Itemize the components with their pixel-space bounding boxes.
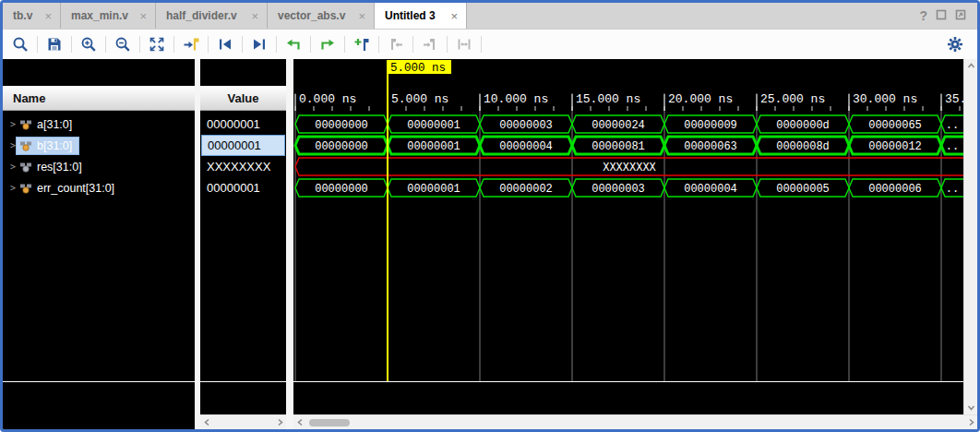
- tab-close-icon[interactable]: ×: [37, 9, 52, 23]
- tab-close-icon[interactable]: ×: [351, 9, 365, 23]
- go-to-last-time-icon: [251, 36, 268, 53]
- expand-chevron-icon[interactable]: >: [3, 162, 16, 172]
- add-marker-button[interactable]: [351, 33, 373, 55]
- scroll-right-icon[interactable]: [964, 415, 977, 429]
- tab-max-min-v[interactable]: max_min.v×: [61, 3, 156, 29]
- bus-icon: [19, 119, 32, 130]
- waveform-canvas[interactable]: 0.000 ns5.000 ns10.000 ns15.000 ns20.000…: [293, 59, 963, 414]
- signal-row-b[interactable]: >b[31:0]: [3, 135, 195, 156]
- wave-row-b[interactable]: 0000000000000001000000040000008100000063…: [295, 137, 963, 154]
- toolbar-separator: [71, 36, 72, 53]
- wave-toolbar: [3, 30, 977, 59]
- wave-window-content: Name >a[31:0]>b[31:0]>res[31:0]>err_coun…: [3, 59, 977, 429]
- tab-half-divider-v[interactable]: half_divider.v×: [156, 3, 268, 29]
- tab-label: tb.v: [13, 9, 32, 22]
- signal-row-a[interactable]: >a[31:0]: [3, 114, 195, 135]
- name-header-label: Name: [13, 91, 45, 105]
- zoom-in-button[interactable]: [78, 33, 100, 55]
- go-to-cursor-button[interactable]: [180, 33, 202, 55]
- tab-close-icon[interactable]: ×: [132, 9, 147, 23]
- bus-icon: [19, 140, 32, 151]
- ruler-label: 15.000 ns: [576, 92, 640, 106]
- tab-vector-abs-v[interactable]: vector_abs.v×: [268, 3, 375, 29]
- tab-label: Untitled 3: [385, 9, 436, 22]
- signal-value-res: XXXXXXXX: [200, 156, 286, 177]
- toolbar-separator: [310, 36, 311, 53]
- settings-button[interactable]: [944, 33, 966, 55]
- value-column-header: Value: [200, 86, 286, 111]
- next-transition-icon: [319, 36, 336, 53]
- previous-marker-icon: [388, 36, 404, 53]
- scrollbar-thumb[interactable]: [309, 419, 350, 426]
- go-to-cursor-icon: [183, 36, 199, 53]
- previous-transition-button[interactable]: [282, 33, 305, 55]
- toolbar-separator: [105, 36, 106, 53]
- toolbar-separator: [37, 36, 38, 53]
- scroll-left-icon[interactable]: [200, 415, 213, 429]
- cursor-time-flag[interactable]: 5.000 ns: [387, 60, 451, 75]
- bus-value-label: 0000000d: [776, 119, 830, 132]
- toolbar-separator: [139, 36, 140, 53]
- toolbar-separator: [173, 36, 174, 53]
- zoom-out-button[interactable]: [112, 33, 134, 55]
- toolbar-separator: [344, 36, 345, 53]
- waveform-svg[interactable]: 0.000 ns5.000 ns10.000 ns15.000 ns20.000…: [293, 59, 963, 414]
- scroll-left-icon[interactable]: [293, 415, 306, 429]
- value-horizontal-scrollbar[interactable]: [200, 414, 286, 429]
- bus-value-label: 00000012: [868, 140, 922, 153]
- scroll-right-icon[interactable]: [273, 415, 286, 429]
- help-icon[interactable]: ?: [919, 9, 927, 22]
- value-header-label: Value: [228, 91, 259, 105]
- signal-row-res[interactable]: >res[31:0]: [3, 156, 195, 177]
- tab-tb-v[interactable]: tb.v×: [3, 3, 61, 29]
- signal-name-panel: Name >a[31:0]>b[31:0]>res[31:0]>err_coun…: [3, 59, 195, 429]
- next-transition-button[interactable]: [317, 33, 339, 55]
- ruler-label: 25.000 ns: [760, 92, 825, 106]
- ruler-label: 35.000 ns: [945, 92, 963, 106]
- wave-horizontal-scrollbar[interactable]: [293, 414, 977, 429]
- scroll-up-icon[interactable]: [964, 59, 977, 73]
- signal-value-a: 00000001: [200, 114, 286, 135]
- signal-row-err-count[interactable]: >err_count[31:0]: [3, 177, 195, 198]
- scroll-down-icon[interactable]: [964, 401, 977, 414]
- signal-label-wrap[interactable]: res[31:0]: [16, 158, 90, 176]
- column-splitter[interactable]: [286, 59, 293, 429]
- bus-value-label: 00000004: [499, 140, 553, 153]
- ruler-label: 30.000 ns: [853, 92, 917, 106]
- swap-cursors-icon: [456, 36, 472, 53]
- bus-value-label: 00000002: [499, 183, 553, 196]
- float-icon[interactable]: [936, 7, 947, 24]
- tabbar-controls: ?: [919, 3, 977, 29]
- signal-label-wrap[interactable]: err_count[31:0]: [16, 179, 122, 198]
- maximize-icon[interactable]: [955, 7, 966, 24]
- bus-value-label: 00000001: [407, 140, 460, 153]
- wave-row-res[interactable]: XXXXXXXX: [295, 158, 963, 175]
- expand-chevron-icon[interactable]: >: [3, 119, 16, 129]
- find-button[interactable]: [9, 33, 31, 55]
- bus-icon: [19, 162, 32, 173]
- tab-untitled-3[interactable]: Untitled 3×: [375, 3, 467, 29]
- signal-label-wrap[interactable]: b[31:0]: [16, 137, 79, 155]
- previous-marker-button: [385, 33, 407, 55]
- wave-row-err-count[interactable]: 0000000000000001000000020000000300000004…: [295, 179, 963, 197]
- toolbar-separator: [412, 36, 413, 53]
- go-to-last-time-button[interactable]: [248, 33, 270, 55]
- signal-name-label: err_count[31:0]: [37, 182, 114, 195]
- vertical-scrollbar[interactable]: [963, 59, 977, 414]
- bus-value-label: 00000004: [684, 183, 737, 196]
- wave-row-a[interactable]: 0000000000000001000000030000002400000009…: [295, 115, 963, 133]
- zoom-fit-button[interactable]: [146, 33, 168, 55]
- signal-label-wrap[interactable]: a[31:0]: [16, 115, 79, 134]
- signal-area-divider: [200, 381, 286, 382]
- tab-strip: tb.v×max_min.v×half_divider.v×vector_abs…: [3, 3, 467, 29]
- tab-label: max_min.v: [71, 9, 128, 22]
- editor-tab-bar: tb.v×max_min.v×half_divider.v×vector_abs…: [3, 3, 977, 30]
- go-to-time-0-button[interactable]: [214, 33, 236, 55]
- signal-name-label: b[31:0]: [37, 139, 72, 152]
- bus-value-label: 00000000: [315, 183, 368, 196]
- tab-close-icon[interactable]: ×: [443, 9, 458, 23]
- expand-chevron-icon[interactable]: >: [3, 140, 16, 150]
- tab-close-icon[interactable]: ×: [244, 9, 258, 23]
- save-wave-config-button[interactable]: [43, 33, 66, 55]
- expand-chevron-icon[interactable]: >: [3, 183, 16, 193]
